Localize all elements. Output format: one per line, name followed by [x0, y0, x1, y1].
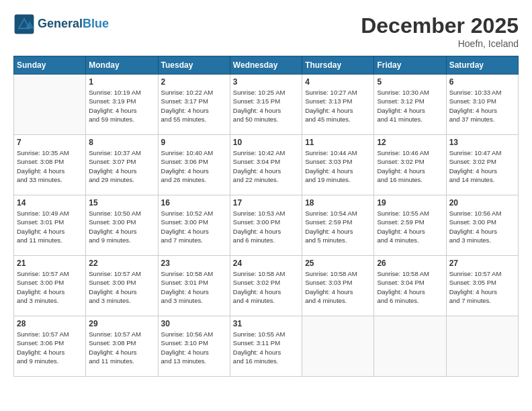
day-number: 15	[89, 198, 154, 208]
cell-info: Sunrise: 10:58 AM Sunset: 3:04 PM Daylig…	[377, 269, 443, 305]
day-number: 16	[161, 198, 227, 208]
calendar-cell: 18Sunrise: 10:54 AM Sunset: 2:59 PM Dayl…	[302, 195, 374, 256]
calendar-cell: 13Sunrise: 10:47 AM Sunset: 3:02 PM Dayl…	[446, 135, 518, 195]
day-number: 6	[449, 77, 515, 87]
calendar-cell: 19Sunrise: 10:55 AM Sunset: 2:59 PM Dayl…	[374, 195, 446, 256]
calendar-cell: 2Sunrise: 10:22 AM Sunset: 3:17 PM Dayli…	[158, 75, 230, 135]
calendar-cell: 31Sunrise: 10:55 AM Sunset: 3:11 PM Dayl…	[230, 316, 302, 377]
day-number: 5	[377, 77, 443, 87]
day-number: 13	[449, 138, 515, 147]
cell-info: Sunrise: 10:57 AM Sunset: 3:00 PM Daylig…	[89, 269, 154, 305]
cell-info: Sunrise: 10:40 AM Sunset: 3:06 PM Daylig…	[161, 148, 227, 184]
day-number: 2	[161, 77, 227, 87]
calendar-cell: 29Sunrise: 10:57 AM Sunset: 3:08 PM Dayl…	[86, 316, 158, 377]
calendar-cell: 4Sunrise: 10:27 AM Sunset: 3:13 PM Dayli…	[302, 75, 374, 135]
day-number: 21	[17, 259, 83, 268]
calendar-cell	[14, 75, 86, 135]
cell-info: Sunrise: 10:57 AM Sunset: 3:08 PM Daylig…	[89, 330, 154, 365]
day-number: 11	[305, 138, 371, 147]
day-number: 25	[305, 259, 371, 268]
cell-info: Sunrise: 10:22 AM Sunset: 3:17 PM Daylig…	[161, 88, 227, 124]
day-number: 29	[89, 319, 154, 328]
weekday-header: Monday	[86, 56, 158, 75]
calendar-cell: 21Sunrise: 10:57 AM Sunset: 3:00 PM Dayl…	[14, 256, 86, 316]
day-number: 20	[449, 198, 515, 208]
day-number: 22	[89, 259, 154, 268]
month-title: December 2025	[361, 13, 519, 38]
cell-info: Sunrise: 10:56 AM Sunset: 3:00 PM Daylig…	[449, 209, 515, 244]
day-number: 14	[17, 198, 83, 208]
calendar-cell: 30Sunrise: 10:56 AM Sunset: 3:10 PM Dayl…	[158, 316, 230, 377]
cell-info: Sunrise: 10:47 AM Sunset: 3:02 PM Daylig…	[449, 148, 515, 184]
day-number: 3	[233, 77, 299, 87]
day-number: 27	[449, 259, 515, 268]
weekday-header: Sunday	[14, 56, 86, 75]
cell-info: Sunrise: 10:55 AM Sunset: 3:11 PM Daylig…	[233, 330, 299, 365]
logo-icon	[13, 13, 35, 35]
calendar-week-row: 14Sunrise: 10:49 AM Sunset: 3:01 PM Dayl…	[14, 195, 519, 256]
cell-info: Sunrise: 10:50 AM Sunset: 3:00 PM Daylig…	[89, 209, 154, 244]
calendar-cell: 3Sunrise: 10:25 AM Sunset: 3:15 PM Dayli…	[230, 75, 302, 135]
calendar-cell: 27Sunrise: 10:57 AM Sunset: 3:05 PM Dayl…	[446, 256, 518, 316]
title-area: December 2025 Hoefn, Iceland	[361, 13, 519, 49]
calendar-cell: 11Sunrise: 10:44 AM Sunset: 3:03 PM Dayl…	[302, 135, 374, 195]
calendar-cell: 1Sunrise: 10:19 AM Sunset: 3:19 PM Dayli…	[86, 75, 158, 135]
calendar-cell: 6Sunrise: 10:33 AM Sunset: 3:10 PM Dayli…	[446, 75, 518, 135]
calendar-cell: 23Sunrise: 10:58 AM Sunset: 3:01 PM Dayl…	[158, 256, 230, 316]
day-number: 4	[305, 77, 371, 87]
cell-info: Sunrise: 10:56 AM Sunset: 3:10 PM Daylig…	[161, 330, 227, 365]
logo: GeneralBlue	[13, 13, 109, 35]
cell-info: Sunrise: 10:25 AM Sunset: 3:15 PM Daylig…	[233, 88, 299, 124]
weekday-header: Tuesday	[158, 56, 230, 75]
day-number: 9	[161, 138, 227, 147]
cell-info: Sunrise: 10:58 AM Sunset: 3:02 PM Daylig…	[233, 269, 299, 305]
calendar-cell: 26Sunrise: 10:58 AM Sunset: 3:04 PM Dayl…	[374, 256, 446, 316]
cell-info: Sunrise: 10:35 AM Sunset: 3:08 PM Daylig…	[17, 148, 83, 184]
day-number: 17	[233, 198, 299, 208]
cell-info: Sunrise: 10:52 AM Sunset: 3:00 PM Daylig…	[161, 209, 227, 244]
cell-info: Sunrise: 10:49 AM Sunset: 3:01 PM Daylig…	[17, 209, 83, 244]
cell-info: Sunrise: 10:42 AM Sunset: 3:04 PM Daylig…	[233, 148, 299, 184]
calendar-cell: 7Sunrise: 10:35 AM Sunset: 3:08 PM Dayli…	[14, 135, 86, 195]
calendar-table: SundayMondayTuesdayWednesdayThursdayFrid…	[13, 56, 519, 377]
calendar-cell: 12Sunrise: 10:46 AM Sunset: 3:02 PM Dayl…	[374, 135, 446, 195]
cell-info: Sunrise: 10:44 AM Sunset: 3:03 PM Daylig…	[305, 148, 371, 184]
day-number: 26	[377, 259, 443, 268]
cell-info: Sunrise: 10:55 AM Sunset: 2:59 PM Daylig…	[377, 209, 443, 244]
calendar-week-row: 7Sunrise: 10:35 AM Sunset: 3:08 PM Dayli…	[14, 135, 519, 195]
calendar-cell: 25Sunrise: 10:58 AM Sunset: 3:03 PM Dayl…	[302, 256, 374, 316]
day-number: 8	[89, 138, 154, 147]
calendar-week-row: 1Sunrise: 10:19 AM Sunset: 3:19 PM Dayli…	[14, 75, 519, 135]
cell-info: Sunrise: 10:19 AM Sunset: 3:19 PM Daylig…	[89, 88, 154, 124]
logo-text: GeneralBlue	[38, 17, 109, 31]
cell-info: Sunrise: 10:58 AM Sunset: 3:01 PM Daylig…	[161, 269, 227, 305]
calendar-cell: 8Sunrise: 10:37 AM Sunset: 3:07 PM Dayli…	[86, 135, 158, 195]
day-number: 12	[377, 138, 443, 147]
day-number: 7	[17, 138, 83, 147]
cell-info: Sunrise: 10:54 AM Sunset: 2:59 PM Daylig…	[305, 209, 371, 244]
calendar-cell	[446, 316, 518, 377]
cell-info: Sunrise: 10:46 AM Sunset: 3:02 PM Daylig…	[377, 148, 443, 184]
calendar-cell: 15Sunrise: 10:50 AM Sunset: 3:00 PM Dayl…	[86, 195, 158, 256]
day-number: 23	[161, 259, 227, 268]
cell-info: Sunrise: 10:57 AM Sunset: 3:06 PM Daylig…	[17, 330, 83, 365]
cell-info: Sunrise: 10:57 AM Sunset: 3:05 PM Daylig…	[449, 269, 515, 305]
calendar-cell: 14Sunrise: 10:49 AM Sunset: 3:01 PM Dayl…	[14, 195, 86, 256]
calendar-week-row: 21Sunrise: 10:57 AM Sunset: 3:00 PM Dayl…	[14, 256, 519, 316]
calendar-cell: 24Sunrise: 10:58 AM Sunset: 3:02 PM Dayl…	[230, 256, 302, 316]
cell-info: Sunrise: 10:27 AM Sunset: 3:13 PM Daylig…	[305, 88, 371, 124]
calendar-cell: 17Sunrise: 10:53 AM Sunset: 3:00 PM Dayl…	[230, 195, 302, 256]
calendar-cell: 20Sunrise: 10:56 AM Sunset: 3:00 PM Dayl…	[446, 195, 518, 256]
day-number: 19	[377, 198, 443, 208]
day-number: 28	[17, 319, 83, 328]
calendar-week-row: 28Sunrise: 10:57 AM Sunset: 3:06 PM Dayl…	[14, 316, 519, 377]
day-number: 1	[89, 77, 154, 87]
day-number: 31	[233, 319, 299, 328]
page-header: GeneralBlue December 2025 Hoefn, Iceland	[13, 13, 519, 49]
cell-info: Sunrise: 10:30 AM Sunset: 3:12 PM Daylig…	[377, 88, 443, 124]
day-number: 30	[161, 319, 227, 328]
cell-info: Sunrise: 10:33 AM Sunset: 3:10 PM Daylig…	[449, 88, 515, 124]
calendar-cell: 28Sunrise: 10:57 AM Sunset: 3:06 PM Dayl…	[14, 316, 86, 377]
weekday-header: Friday	[374, 56, 446, 75]
cell-info: Sunrise: 10:58 AM Sunset: 3:03 PM Daylig…	[305, 269, 371, 305]
